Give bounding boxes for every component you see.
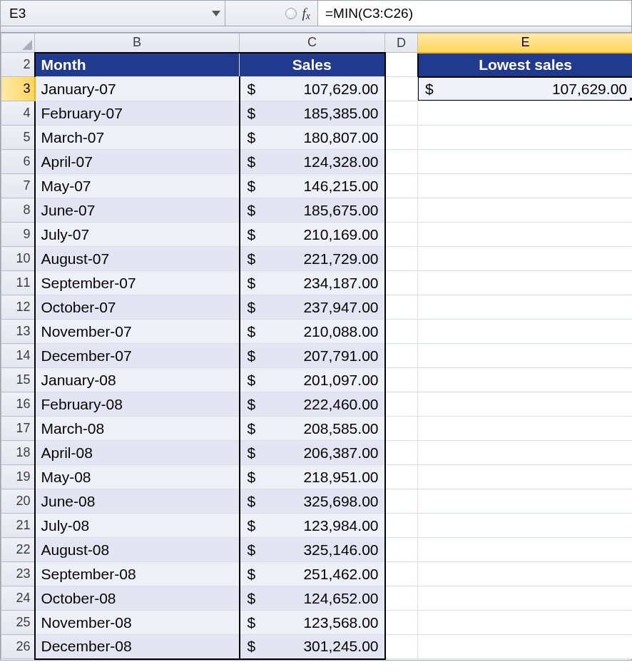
cell-blank[interactable]: [418, 635, 633, 659]
cell-sales[interactable]: $222,460.00: [240, 392, 385, 417]
cell-month[interactable]: August-07: [35, 247, 240, 271]
cell-blank[interactable]: [385, 392, 418, 417]
row-header-13[interactable]: 13: [1, 320, 35, 344]
cell-month[interactable]: June-07: [35, 198, 240, 223]
cell-blank[interactable]: [385, 489, 418, 514]
cell-sales[interactable]: $218,951.00: [240, 465, 385, 489]
select-all-corner[interactable]: [1, 34, 35, 53]
cell-blank[interactable]: [385, 247, 418, 271]
cell-lowest-result[interactable]: $107,629.00: [418, 77, 633, 101]
cell-blank[interactable]: [385, 223, 418, 247]
cell-sales[interactable]: $210,169.00: [240, 223, 385, 247]
cell-sales[interactable]: $185,675.00: [240, 198, 385, 223]
cell-month[interactable]: January-08: [35, 368, 240, 392]
row-header-11[interactable]: 11: [1, 271, 35, 295]
row-header-4[interactable]: 4: [1, 101, 35, 126]
cell-blank[interactable]: [418, 417, 633, 441]
cell-month[interactable]: June-08: [35, 489, 240, 514]
cell-blank[interactable]: [385, 562, 418, 586]
grid[interactable]: B C D E 2MonthSalesLowest sales3January-…: [1, 33, 632, 660]
cell-sales[interactable]: $234,187.00: [240, 271, 385, 295]
cell-month[interactable]: November-08: [35, 611, 240, 635]
cell-month[interactable]: November-07: [35, 320, 240, 344]
cell-blank[interactable]: [385, 126, 418, 150]
row-header-22[interactable]: 22: [1, 538, 35, 562]
table-header-sales[interactable]: Sales: [240, 53, 385, 77]
cell-sales[interactable]: $210,088.00: [240, 320, 385, 344]
cell-blank[interactable]: [418, 368, 633, 392]
row-header-26[interactable]: 26: [1, 635, 35, 659]
cell-blank[interactable]: [418, 126, 633, 150]
column-header-D[interactable]: D: [385, 34, 418, 53]
cell-sales[interactable]: $124,652.00: [240, 586, 385, 611]
cell-blank[interactable]: [418, 586, 633, 611]
cell-sales[interactable]: $123,984.00: [240, 514, 385, 538]
cell-blank[interactable]: [385, 53, 418, 77]
row-header-7[interactable]: 7: [1, 174, 35, 198]
cell-month[interactable]: February-08: [35, 392, 240, 417]
cell-blank[interactable]: [418, 489, 633, 514]
cell-blank[interactable]: [418, 441, 633, 465]
row-header-9[interactable]: 9: [1, 223, 35, 247]
cell-month[interactable]: September-08: [35, 562, 240, 586]
cell-blank[interactable]: [385, 538, 418, 562]
cell-blank[interactable]: [418, 150, 633, 174]
cell-blank[interactable]: [418, 174, 633, 198]
row-header-3[interactable]: 3: [1, 77, 35, 101]
cell-sales[interactable]: $325,698.00: [240, 489, 385, 514]
table-header-month[interactable]: Month: [35, 53, 240, 77]
cell-blank[interactable]: [385, 295, 418, 320]
cell-blank[interactable]: [418, 320, 633, 344]
cell-month[interactable]: December-07: [35, 344, 240, 368]
row-header-24[interactable]: 24: [1, 586, 35, 611]
fx-icon[interactable]: fx: [302, 6, 311, 20]
cell-blank[interactable]: [385, 101, 418, 126]
cell-month[interactable]: April-07: [35, 150, 240, 174]
cell-blank[interactable]: [418, 392, 633, 417]
cell-month[interactable]: October-07: [35, 295, 240, 320]
cell-month[interactable]: March-07: [35, 126, 240, 150]
row-header-17[interactable]: 17: [1, 417, 35, 441]
cell-sales[interactable]: $325,146.00: [240, 538, 385, 562]
cell-blank[interactable]: [418, 101, 633, 126]
cell-blank[interactable]: [418, 465, 633, 489]
row-header-14[interactable]: 14: [1, 344, 35, 368]
cell-sales[interactable]: $206,387.00: [240, 441, 385, 465]
cell-blank[interactable]: [385, 586, 418, 611]
cell-blank[interactable]: [385, 514, 418, 538]
column-header-E[interactable]: E: [418, 34, 633, 53]
row-header-19[interactable]: 19: [1, 465, 35, 489]
formula-input[interactable]: [318, 1, 631, 26]
cell-month[interactable]: July-08: [35, 514, 240, 538]
row-header-20[interactable]: 20: [1, 489, 35, 514]
column-header-B[interactable]: B: [35, 34, 240, 53]
cell-month[interactable]: September-07: [35, 271, 240, 295]
row-header-18[interactable]: 18: [1, 441, 35, 465]
cell-blank[interactable]: [418, 538, 633, 562]
cell-blank[interactable]: [418, 344, 633, 368]
cancel-icon[interactable]: [285, 8, 297, 19]
cell-sales[interactable]: $180,807.00: [240, 126, 385, 150]
cell-blank[interactable]: [418, 271, 633, 295]
row-header-8[interactable]: 8: [1, 198, 35, 223]
cell-blank[interactable]: [385, 611, 418, 635]
cell-blank[interactable]: [418, 247, 633, 271]
cell-blank[interactable]: [385, 465, 418, 489]
cell-blank[interactable]: [385, 271, 418, 295]
row-header-5[interactable]: 5: [1, 126, 35, 150]
cell-sales[interactable]: $107,629.00: [240, 77, 385, 101]
cell-blank[interactable]: [385, 368, 418, 392]
cell-sales[interactable]: $124,328.00: [240, 150, 385, 174]
row-header-12[interactable]: 12: [1, 295, 35, 320]
cell-month[interactable]: February-07: [35, 101, 240, 126]
cell-sales[interactable]: $123,568.00: [240, 611, 385, 635]
row-header-6[interactable]: 6: [1, 150, 35, 174]
cell-month[interactable]: April-08: [35, 441, 240, 465]
cell-month[interactable]: May-08: [35, 465, 240, 489]
cell-sales[interactable]: $251,462.00: [240, 562, 385, 586]
cell-blank[interactable]: [418, 611, 633, 635]
row-header-10[interactable]: 10: [1, 247, 35, 271]
row-header-21[interactable]: 21: [1, 514, 35, 538]
cell-blank[interactable]: [418, 295, 633, 320]
name-box-dropdown-icon[interactable]: [212, 11, 220, 16]
